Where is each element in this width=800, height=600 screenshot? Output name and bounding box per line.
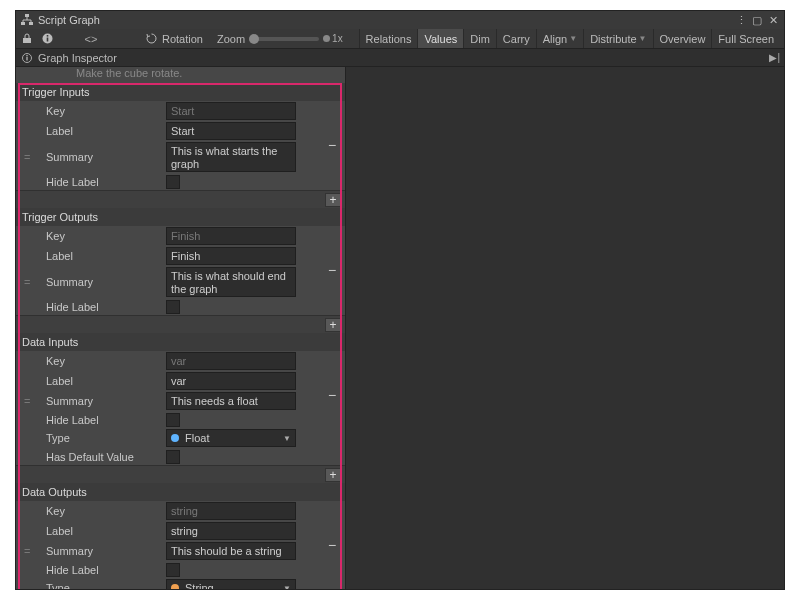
svg-rect-2 (29, 22, 33, 25)
expand-icon[interactable]: ▶| (769, 52, 780, 63)
subheader-title: Graph Inspector (38, 52, 117, 64)
label-input[interactable] (166, 122, 296, 140)
field-label: Key (46, 355, 166, 367)
type-dropdown[interactable]: String▼ (166, 579, 296, 589)
field-label: Summary (46, 545, 166, 557)
tab-overview[interactable]: Overview (653, 29, 712, 48)
remove-button[interactable]: − (325, 539, 339, 553)
svg-rect-9 (26, 55, 27, 56)
key-input[interactable] (166, 502, 296, 520)
field-label: Key (46, 105, 166, 117)
key-input[interactable] (166, 227, 296, 245)
key-input[interactable] (166, 352, 296, 370)
field-label: Key (46, 505, 166, 517)
svg-rect-8 (26, 57, 27, 61)
tab-distribute[interactable]: Distribute▼ (583, 29, 652, 48)
zoom-value: 1x (323, 33, 343, 44)
has-default-checkbox[interactable] (166, 450, 180, 464)
label-input[interactable] (166, 522, 296, 540)
key-input[interactable] (166, 102, 296, 120)
summary-input[interactable] (166, 142, 296, 172)
field-label: Label (46, 375, 166, 387)
code-icon[interactable]: <> (84, 32, 98, 46)
field-label: Label (46, 525, 166, 537)
tab-fullscreen[interactable]: Full Screen (711, 29, 780, 48)
label-input[interactable] (166, 247, 296, 265)
remove-button[interactable]: − (325, 139, 339, 153)
window-title: Script Graph (38, 14, 100, 26)
hide-label-checkbox[interactable] (166, 300, 180, 314)
tab-relations[interactable]: Relations (359, 29, 418, 48)
section-trigger-outputs[interactable]: Trigger Outputs (16, 208, 345, 226)
summary-input[interactable] (166, 267, 296, 297)
section-data-outputs[interactable]: Data Outputs (16, 483, 345, 501)
field-label: Label (46, 250, 166, 262)
field-label: Hide Label (46, 176, 166, 188)
field-label: Has Default Value (46, 451, 166, 463)
summary-input[interactable] (166, 542, 296, 560)
zoom-slider[interactable] (249, 37, 319, 41)
field-label: Hide Label (46, 301, 166, 313)
info-icon[interactable] (40, 32, 54, 46)
remove-button[interactable]: − (325, 389, 339, 403)
svg-rect-0 (25, 14, 29, 17)
field-label: Summary (46, 151, 166, 163)
toolbar: <> Rotation Zoom 1x Relations Values Dim… (16, 29, 784, 49)
window-close-icon[interactable]: ✕ (766, 13, 780, 27)
zoom-label: Zoom (217, 33, 245, 45)
description-text: Make the cube rotate. (16, 67, 345, 83)
window-menu-icon[interactable]: ⋮ (734, 13, 748, 27)
hide-label-checkbox[interactable] (166, 175, 180, 189)
svg-rect-5 (46, 38, 48, 42)
add-button[interactable]: + (325, 318, 341, 332)
field-label: Hide Label (46, 414, 166, 426)
add-button[interactable]: + (325, 468, 341, 482)
svg-rect-6 (46, 35, 48, 37)
lock-icon[interactable] (20, 32, 34, 46)
summary-input[interactable] (166, 392, 296, 410)
rotate-icon[interactable] (144, 32, 158, 46)
info-icon (20, 51, 34, 65)
titlebar: Script Graph ⋮ ▢ ✕ (16, 11, 784, 29)
field-label: Hide Label (46, 564, 166, 576)
inspector-panel: Make the cube rotate. Trigger Inputs Key… (16, 67, 346, 589)
window-maximize-icon[interactable]: ▢ (750, 13, 764, 27)
graph-canvas[interactable] (346, 67, 784, 589)
field-label: Key (46, 230, 166, 242)
add-button[interactable]: + (325, 193, 341, 207)
remove-button[interactable]: − (325, 264, 339, 278)
hide-label-checkbox[interactable] (166, 413, 180, 427)
label-input[interactable] (166, 372, 296, 390)
subheader: Graph Inspector ▶| (16, 49, 784, 67)
tab-dim[interactable]: Dim (463, 29, 496, 48)
section-trigger-inputs[interactable]: Trigger Inputs (16, 83, 345, 101)
type-dropdown[interactable]: Float▼ (166, 429, 296, 447)
type-dot-icon (171, 584, 179, 589)
hide-label-checkbox[interactable] (166, 563, 180, 577)
type-dot-icon (171, 434, 179, 442)
graph-icon (20, 13, 34, 27)
tab-align[interactable]: Align▼ (536, 29, 583, 48)
svg-rect-3 (23, 38, 31, 43)
tab-carry[interactable]: Carry (496, 29, 536, 48)
tab-values[interactable]: Values (417, 29, 463, 48)
rotation-label: Rotation (162, 33, 203, 45)
field-label: Type (46, 582, 166, 589)
svg-rect-1 (21, 22, 25, 25)
field-label: Summary (46, 276, 166, 288)
field-label: Type (46, 432, 166, 444)
section-data-inputs[interactable]: Data Inputs (16, 333, 345, 351)
editor-window: Script Graph ⋮ ▢ ✕ <> Rotation Zoom 1x (15, 10, 785, 590)
field-label: Label (46, 125, 166, 137)
field-label: Summary (46, 395, 166, 407)
